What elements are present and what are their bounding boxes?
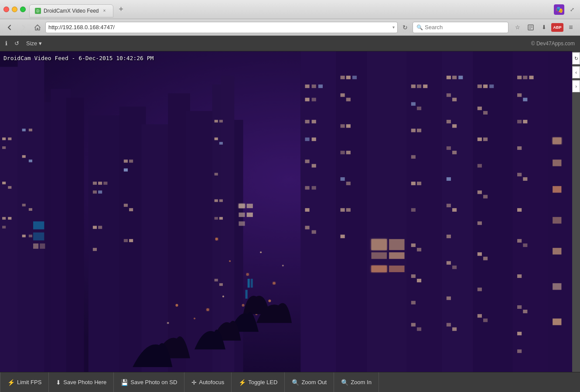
reader-button[interactable] <box>525 22 536 33</box>
toggle-led-icon: ⚡ <box>239 379 246 386</box>
page-toolbar: ℹ ↺ Size ▾ © Dev47Apps.com <box>0 36 580 51</box>
zoom-out-button[interactable]: 🔍 Zoom Out <box>285 372 334 392</box>
maximize-button[interactable] <box>20 7 26 12</box>
tab-bar: D DroidCamX Video Feed × + <box>29 0 577 19</box>
search-icon: 🔍 <box>416 24 423 30</box>
minimize-button[interactable] <box>12 7 17 12</box>
back-button[interactable] <box>3 21 16 34</box>
url-dropdown-icon[interactable]: ▾ <box>392 25 395 30</box>
info-icon: ℹ <box>5 40 7 47</box>
size-label: Size <box>26 40 37 47</box>
scrollbar[interactable]: ↻ ‹ › <box>572 51 580 372</box>
tab-favicon: D <box>35 8 41 14</box>
video-timestamp: DroidCam Video Feed - 6-Dec-2015 10:42:2… <box>3 55 154 61</box>
video-feed-area: DroidCam Video Feed - 6-Dec-2015 10:42:2… <box>0 51 580 372</box>
city-scene-svg <box>0 51 580 372</box>
refresh-icon: ↺ <box>14 40 19 47</box>
download-button[interactable]: ⬇ <box>538 22 549 33</box>
svg-rect-210 <box>0 51 580 372</box>
refresh-button[interactable]: ↺ <box>14 40 19 47</box>
save-photo-sd-label: Save Photo on SD <box>130 379 177 385</box>
scroll-left-button[interactable]: ‹ <box>572 66 580 78</box>
limit-fps-button[interactable]: ⚡ Limit FPS <box>0 372 49 392</box>
bottom-toolbar: ⚡ Limit FPS ⬇ Save Photo Here 💾 Save Pho… <box>0 372 580 392</box>
home-button[interactable] <box>31 21 44 34</box>
new-tab-button[interactable]: + <box>115 3 127 16</box>
zoom-in-icon: 🔍 <box>341 379 348 386</box>
zoom-out-icon: 🔍 <box>292 379 299 386</box>
save-photo-here-icon: ⬇ <box>56 379 61 386</box>
save-photo-sd-icon: 💾 <box>121 379 128 386</box>
autofocus-button[interactable]: ✛ Autofocus <box>184 372 232 392</box>
browser-menu-button[interactable]: ≡ <box>565 22 577 33</box>
zoom-in-button[interactable]: 🔍 Zoom In <box>334 372 379 392</box>
nav-actions: ☆ ⬇ ABP ≡ <box>512 22 577 33</box>
zoom-in-label: Zoom In <box>351 379 372 385</box>
toolbar-credit: © Dev47Apps.com <box>531 41 575 47</box>
adblock-button[interactable]: ABP <box>551 23 563 32</box>
zoom-out-label: Zoom Out <box>301 379 327 385</box>
size-dropdown-icon: ▾ <box>39 40 42 47</box>
info-button[interactable]: ℹ <box>5 40 7 47</box>
autofocus-label: Autofocus <box>199 379 224 385</box>
bookmark-button[interactable]: ☆ <box>512 22 523 33</box>
forward-button <box>17 21 30 34</box>
title-bar: D DroidCamX Video Feed × + 🎭 ⤢ <box>0 0 580 19</box>
search-bar[interactable]: 🔍 <box>413 22 508 33</box>
limit-fps-icon: ⚡ <box>7 379 15 386</box>
nav-bar: ▾ ↻ 🔍 ☆ ⬇ ABP ≡ <box>0 19 580 36</box>
tab-title: DroidCamX Video Feed <box>44 8 99 14</box>
fullscreen-button[interactable]: ⤢ <box>568 5 577 14</box>
size-dropdown-button[interactable]: Size ▾ <box>26 40 42 47</box>
url-input[interactable] <box>48 24 391 30</box>
save-photo-here-label: Save Photo Here <box>63 379 106 385</box>
tab-close-button[interactable]: × <box>102 8 108 14</box>
save-photo-here-button[interactable]: ⬇ Save Photo Here <box>49 372 114 392</box>
scroll-refresh-button[interactable]: ↻ <box>572 52 580 64</box>
reload-button[interactable]: ↻ <box>399 22 411 33</box>
title-bar-right: 🎭 ⤢ <box>554 4 577 15</box>
toggle-led-button[interactable]: ⚡ Toggle LED <box>232 372 285 392</box>
search-input[interactable] <box>425 24 495 30</box>
autofocus-icon: ✛ <box>191 379 197 386</box>
extension-icon[interactable]: 🎭 <box>554 4 564 15</box>
toggle-led-label: Toggle LED <box>248 379 277 385</box>
active-tab[interactable]: D DroidCamX Video Feed × <box>29 4 113 17</box>
window-controls <box>3 7 26 12</box>
limit-fps-label: Limit FPS <box>17 379 41 385</box>
save-photo-sd-button[interactable]: 💾 Save Photo on SD <box>114 372 184 392</box>
url-bar[interactable]: ▾ <box>45 22 398 33</box>
scroll-right-button[interactable]: › <box>572 80 580 92</box>
close-button[interactable] <box>3 7 9 12</box>
